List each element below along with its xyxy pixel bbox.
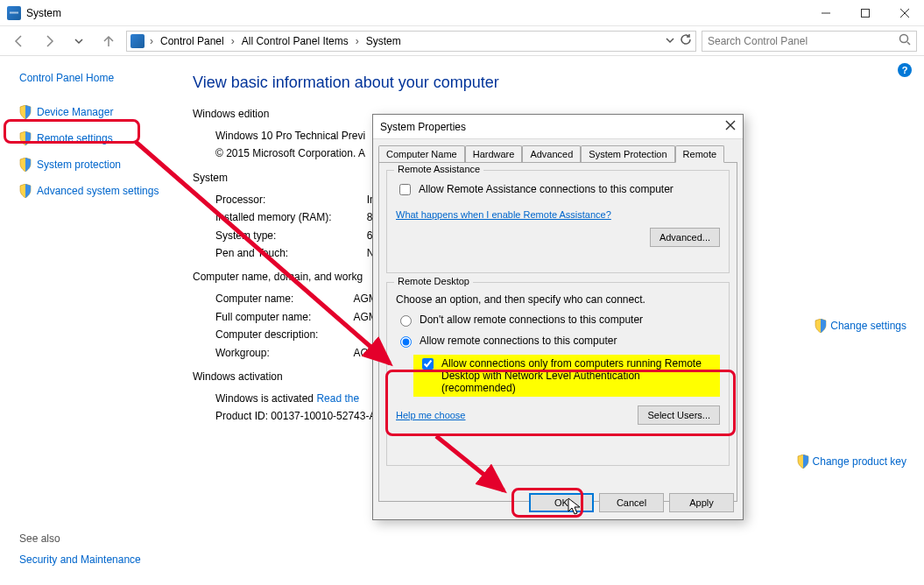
change-product-key-link[interactable]: Change product key (797, 455, 906, 469)
search-icon (899, 33, 911, 48)
dialog-title: System Properties (380, 121, 466, 133)
search-input[interactable]: Search Control Panel (702, 31, 917, 52)
system-key: Pen and Touch: (215, 244, 367, 262)
system-key: Installed memory (RAM): (215, 208, 367, 226)
dialog-apply-button[interactable]: Apply (669, 493, 734, 512)
cndw-key: Full computer name: (215, 308, 353, 326)
control-panel-home-link[interactable]: Control Panel Home (19, 72, 184, 84)
crumb-separator-icon: › (229, 35, 236, 47)
svg-point-5 (900, 35, 908, 43)
dialog-titlebar: System Properties (373, 115, 743, 139)
sidebar-link-device-manager[interactable]: Device Manager (19, 103, 184, 121)
activation-status: Windows is activated (215, 392, 316, 405)
dialog-cancel-button[interactable]: Cancel (599, 493, 664, 512)
remote-desktop-intro: Choose an option, and then specify who c… (396, 293, 720, 306)
dialog-tabstrip: Computer Name Hardware Advanced System P… (373, 139, 743, 162)
nav-toolbar: › Control Panel › All Control Panel Item… (0, 26, 924, 56)
breadcrumb-item[interactable]: All Control Panel Items (240, 35, 350, 47)
address-bar[interactable]: › Control Panel › All Control Panel Item… (126, 31, 696, 52)
nav-back-button[interactable] (7, 29, 32, 53)
radio-allow-remote[interactable]: Allow remote connections to this compute… (396, 334, 720, 348)
remote-assistance-group: Remote Assistance Allow Remote Assistanc… (386, 170, 730, 273)
radio-allow-remote-input[interactable] (400, 336, 412, 348)
remote-assistance-legend: Remote Assistance (394, 164, 483, 174)
nav-up-button[interactable] (96, 29, 121, 53)
nav-forward-button[interactable] (37, 29, 61, 53)
remote-assistance-advanced-button[interactable]: Advanced... (650, 228, 720, 247)
dialog-ok-button[interactable]: OK (529, 493, 594, 512)
allow-remote-assistance-checkbox[interactable]: Allow Remote Assistance connections to t… (396, 183, 720, 198)
sidebar-link-remote-settings[interactable]: Remote settings (19, 130, 184, 147)
tab-computer-name[interactable]: Computer Name (378, 145, 465, 163)
system-properties-dialog: System Properties Computer Name Hardware… (372, 114, 744, 520)
system-icon (7, 6, 21, 20)
see-also-heading: See also (19, 532, 184, 545)
select-users-button[interactable]: Select Users... (638, 405, 720, 425)
sidebar-link-advanced-system-settings[interactable]: Advanced system settings (19, 182, 184, 200)
help-icon[interactable]: ? (898, 63, 912, 77)
tab-system-protection[interactable]: System Protection (581, 145, 674, 163)
crumb-separator-icon: › (148, 35, 155, 47)
page-title: View basic information about your comput… (193, 74, 906, 92)
cndw-key: Workgroup: (215, 344, 353, 362)
crumb-separator-icon: › (354, 35, 361, 47)
svg-rect-1 (861, 9, 869, 17)
see-also-link-security[interactable]: Security and Maintenance (19, 553, 184, 566)
sidebar-item-label: Advanced system settings (37, 185, 159, 197)
shield-icon (797, 455, 809, 469)
remote-desktop-group: Remote Desktop Choose an option, and the… (386, 282, 730, 466)
tab-remote-body: Remote Assistance Allow Remote Assistanc… (378, 162, 737, 502)
nla-checkbox-label: Allow connections only from computers ru… (441, 357, 715, 394)
shield-icon (19, 105, 32, 119)
allow-remote-assistance-label: Allow Remote Assistance connections to t… (419, 183, 674, 195)
allow-remote-assistance-checkbox-input[interactable] (399, 184, 411, 195)
nla-checkbox-input[interactable] (422, 358, 434, 370)
window-close-button[interactable] (885, 0, 924, 26)
tab-remote[interactable]: Remote (675, 145, 725, 163)
dialog-close-button[interactable] (725, 120, 736, 133)
window-minimize-button[interactable] (806, 0, 845, 26)
sidebar-item-label: Device Manager (37, 106, 113, 118)
radio-deny-remote-label: Don't allow remote connections to this c… (420, 314, 643, 326)
radio-deny-remote[interactable]: Don't allow remote connections to this c… (396, 313, 720, 327)
remote-desktop-legend: Remote Desktop (394, 276, 473, 286)
activation-read-link[interactable]: Read the (316, 392, 359, 405)
svg-line-6 (907, 42, 910, 45)
breadcrumb-item[interactable]: Control Panel (159, 35, 226, 47)
shield-icon (815, 319, 827, 333)
help-me-choose-link[interactable]: Help me choose (396, 410, 466, 420)
sidebar: Control Panel Home Device Manager Remote… (0, 56, 184, 585)
search-placeholder: Search Control Panel (708, 35, 808, 47)
change-settings-label: Change settings (830, 320, 906, 332)
breadcrumb-item[interactable]: System (364, 35, 403, 47)
address-dropdown-icon[interactable] (666, 35, 674, 47)
sidebar-item-label: Remote settings (37, 132, 113, 144)
address-icon (130, 34, 145, 48)
window-titlebar: System (0, 0, 924, 26)
shield-icon (19, 131, 32, 145)
nla-checkbox[interactable]: Allow connections only from computers ru… (413, 355, 720, 397)
shield-icon (19, 158, 32, 172)
cndw-key: Computer description: (215, 326, 353, 343)
system-key: System type: (215, 227, 367, 244)
sidebar-item-label: System protection (37, 159, 121, 171)
radio-allow-remote-label: Allow remote connections to this compute… (420, 335, 617, 347)
window-title: System (26, 7, 61, 19)
change-product-key-label: Change product key (813, 455, 906, 468)
refresh-icon[interactable] (680, 33, 692, 48)
change-settings-link[interactable]: Change settings (815, 319, 906, 333)
radio-deny-remote-input[interactable] (400, 315, 412, 327)
window-maximize-button[interactable] (845, 0, 885, 26)
shield-icon (19, 184, 32, 198)
system-key: Processor: (215, 191, 367, 208)
sidebar-link-system-protection[interactable]: System protection (19, 156, 184, 173)
tab-hardware[interactable]: Hardware (465, 145, 523, 163)
remote-assistance-help-link[interactable]: What happens when I enable Remote Assist… (396, 209, 611, 220)
tab-advanced[interactable]: Advanced (522, 145, 581, 163)
nav-recent-dropdown[interactable] (67, 29, 91, 53)
cndw-key: Computer name: (215, 290, 353, 307)
